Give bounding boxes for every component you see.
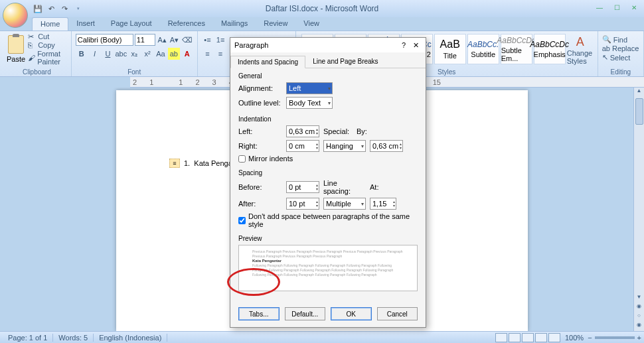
view-draft-button[interactable]: [548, 333, 560, 342]
after-spin[interactable]: 10 pt: [286, 198, 319, 210]
status-language[interactable]: English (Indonesia): [94, 334, 167, 342]
scroll-thumb[interactable]: [635, 98, 643, 125]
copy-button[interactable]: ⎘Copy: [28, 41, 67, 49]
cancel-button[interactable]: Cancel: [377, 307, 418, 320]
change-case-button[interactable]: Aa: [155, 48, 167, 60]
superscript-button[interactable]: x²: [141, 48, 153, 60]
outline-label: Outline level:: [238, 99, 282, 107]
view-print-layout-button[interactable]: [495, 333, 507, 342]
font-name-combo[interactable]: Calibri (Body): [76, 34, 133, 46]
paragraph-dialog: Paragraph ? ✕ Indents and Spacing Line a…: [230, 37, 426, 328]
font-size-combo[interactable]: 11: [135, 34, 155, 46]
by-label: By:: [357, 127, 367, 135]
linespacing-select[interactable]: Multiple: [323, 198, 366, 210]
format-painter-button[interactable]: 🖌Format Painter: [28, 50, 67, 66]
style-subtitle[interactable]: AaBbCc.Subtitle: [467, 34, 499, 64]
align-center-button[interactable]: ≡: [214, 48, 226, 60]
subscript-button[interactable]: x₂: [128, 48, 140, 60]
status-words[interactable]: Words: 5: [53, 334, 94, 342]
tab-page-layout[interactable]: Page Layout: [103, 17, 160, 31]
zoom-slider[interactable]: [595, 336, 635, 339]
cut-button[interactable]: ✂Cut: [28, 33, 67, 40]
dialog-help-button[interactable]: ?: [398, 41, 410, 49]
at-spin[interactable]: 1,15: [370, 198, 396, 210]
maximize-button[interactable]: ☐: [609, 1, 624, 13]
bold-button[interactable]: B: [76, 48, 88, 60]
tab-review[interactable]: Review: [256, 17, 295, 31]
tab-home[interactable]: Home: [32, 17, 68, 31]
style-emphasis[interactable]: AaBbCcDcEmphasis: [534, 34, 566, 64]
bullets-button[interactable]: •≡: [202, 34, 214, 46]
select-icon: ↖: [602, 53, 608, 62]
scroll-up-icon[interactable]: ▲: [637, 88, 642, 97]
default-button[interactable]: Default...: [285, 307, 326, 320]
shrink-font-button[interactable]: A▾: [169, 34, 179, 46]
style-subtleem[interactable]: AaBbCcDcSubtle Em...: [501, 34, 532, 64]
zoom-out-button[interactable]: −: [588, 334, 592, 342]
list-text: Kata Penga: [194, 159, 232, 167]
paste-label: Paste: [7, 55, 25, 63]
before-spin[interactable]: 0 pt: [286, 181, 319, 193]
next-page-icon[interactable]: ◉: [637, 322, 641, 331]
special-select[interactable]: Hanging: [323, 140, 366, 152]
align-left-button[interactable]: ≡: [202, 48, 214, 60]
outline-select[interactable]: Body Text: [286, 97, 333, 109]
dontadd-checkbox[interactable]: [238, 217, 246, 224]
style-title[interactable]: AaBTitle: [434, 34, 466, 64]
tab-insert[interactable]: Insert: [68, 17, 103, 31]
dialog-close-button[interactable]: ✕: [410, 41, 422, 50]
find-button[interactable]: 🔍Find: [602, 35, 639, 44]
alignment-label: Alignment:: [238, 84, 282, 92]
underline-button[interactable]: U: [102, 48, 114, 60]
tab-references[interactable]: References: [160, 17, 213, 31]
view-fullscreen-button[interactable]: [509, 333, 521, 342]
indent-right-spin[interactable]: 0 cm: [286, 140, 319, 152]
ok-button[interactable]: OK: [331, 307, 372, 320]
view-web-button[interactable]: [522, 333, 534, 342]
by-spin[interactable]: 0,63 cm: [370, 140, 403, 152]
mirror-indents-checkbox[interactable]: [238, 155, 246, 163]
office-button[interactable]: [3, 3, 28, 28]
grow-font-button[interactable]: A▴: [157, 34, 167, 46]
scroll-down-icon[interactable]: ▼: [637, 294, 642, 303]
view-outline-button[interactable]: [535, 333, 547, 342]
tab-mailings[interactable]: Mailings: [213, 17, 256, 31]
indent-left-label: Left:: [238, 127, 282, 135]
save-icon[interactable]: 💾: [32, 3, 44, 15]
redo-icon[interactable]: ↷: [58, 3, 70, 15]
brush-icon: 🖌: [28, 54, 35, 62]
section-general: General: [238, 72, 418, 80]
tab-view[interactable]: View: [295, 17, 327, 31]
list-number: 1.: [184, 159, 190, 167]
alignment-select[interactable]: Left: [286, 82, 333, 94]
find-icon: 🔍: [602, 35, 611, 44]
strike-button[interactable]: abc: [115, 48, 127, 60]
mirror-indents-label: Mirror indents: [248, 155, 293, 163]
prev-page-icon[interactable]: ◉: [637, 303, 641, 312]
quick-access-toolbar: 💾 ↶ ↷: [32, 3, 84, 15]
zoom-in-button[interactable]: +: [637, 334, 641, 342]
italic-button[interactable]: I: [89, 48, 101, 60]
ribbon-tabs: Home Insert Page Layout References Maili…: [32, 17, 644, 31]
clipboard-icon: [8, 35, 24, 54]
highlight-button[interactable]: ab: [168, 48, 180, 60]
dialog-tab-linebreaks[interactable]: Line and Page Breaks: [305, 55, 385, 68]
indent-left-spin[interactable]: 0,63 cm: [286, 125, 319, 137]
replace-icon: ab: [602, 44, 610, 52]
browse-object-icon[interactable]: ○: [637, 312, 641, 322]
dialog-tab-indents[interactable]: Indents and Spacing: [230, 56, 305, 68]
numbering-button[interactable]: 1≡: [214, 34, 226, 46]
font-color-button[interactable]: A: [181, 48, 193, 60]
zoom-value[interactable]: 100%: [565, 334, 584, 342]
vertical-scrollbar[interactable]: ▲ ▼ ◉ ○ ◉: [633, 88, 644, 331]
qat-more-icon[interactable]: [72, 3, 84, 15]
minimize-button[interactable]: —: [592, 1, 607, 13]
status-page[interactable]: Page: 1 of 1: [3, 334, 53, 342]
clear-format-button[interactable]: ⌫: [181, 34, 193, 46]
select-button[interactable]: ↖Select: [602, 53, 639, 62]
undo-icon[interactable]: ↶: [45, 3, 57, 15]
tabs-button[interactable]: Tabs...: [238, 307, 280, 320]
close-button[interactable]: ✕: [627, 1, 641, 13]
replace-button[interactable]: abReplace: [602, 44, 639, 52]
status-bar: Page: 1 of 1 Words: 5 English (Indonesia…: [0, 331, 644, 343]
